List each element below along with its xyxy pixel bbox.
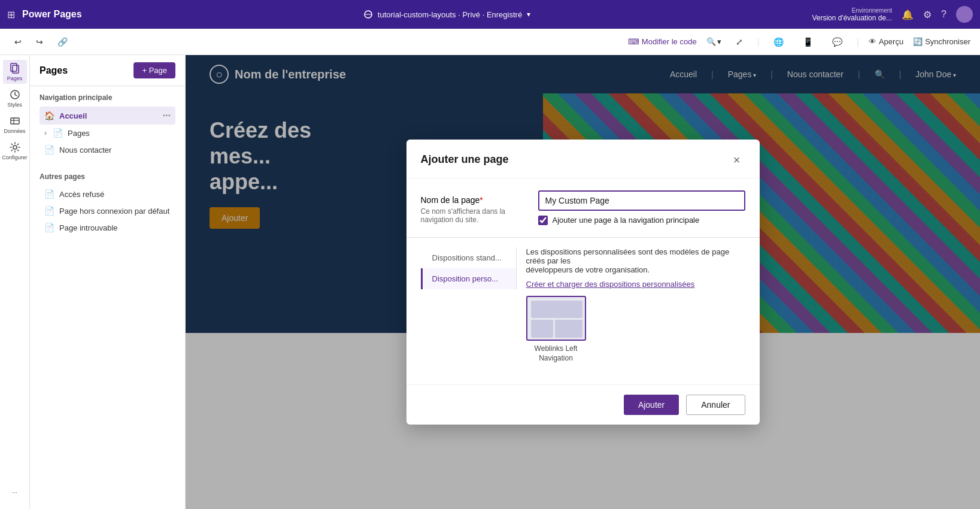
nav-item-introuvable-label: Page introuvable bbox=[59, 223, 118, 232]
toolbar-right: ⌨ Modifier le code 🔍 ▾ ⤢ | 🌐 📱 💬 | 👁 Ape… bbox=[628, 35, 970, 49]
page-introuvable-icon: 📄 bbox=[44, 223, 54, 232]
nav-checkbox[interactable] bbox=[538, 216, 548, 225]
layout-tab-custom[interactable]: Disposition perso... bbox=[421, 268, 516, 289]
styles-icon-label: Styles bbox=[7, 102, 22, 108]
layout-tabs: Dispositions stand... Disposition perso.… bbox=[421, 247, 517, 289]
home-icon: 🏠 bbox=[44, 111, 54, 120]
globe-button[interactable]: 🌐 bbox=[769, 35, 788, 49]
svg-rect-2 bbox=[11, 63, 17, 71]
nav-item-acces-refuse[interactable]: 📄 Accès refusé bbox=[40, 186, 175, 202]
site-info-bar: tutorial-custom-layouts · Privé · Enregi… bbox=[89, 10, 805, 19]
layout-thumbnails: Weblinks LeftNavigation bbox=[526, 296, 736, 363]
required-marker: * bbox=[480, 195, 483, 205]
nav-item-accueil-dots[interactable]: ··· bbox=[163, 110, 171, 121]
preview-area: ○ Nom de l'entreprise Accueil | Pages | … bbox=[186, 55, 980, 509]
site-icon bbox=[363, 10, 373, 19]
main-layout: Pages Styles Données Configurer ··· Page… bbox=[0, 55, 980, 509]
nav-item-contact-label: Nous contacter bbox=[59, 146, 111, 154]
nav-item-pages[interactable]: › 📄 Pages bbox=[40, 125, 175, 141]
pages-panel-header: Pages + Page bbox=[30, 55, 185, 86]
chat-button[interactable]: 💬 bbox=[827, 35, 847, 49]
env-value: Version d'évaluation de... bbox=[812, 14, 892, 22]
more-options-button[interactable]: ··· bbox=[3, 480, 27, 504]
page-name-label-col: Nom de la page* Ce nom s'affichera dans … bbox=[421, 190, 529, 224]
modal-title: Ajouter une page bbox=[421, 153, 509, 166]
svg-rect-3 bbox=[13, 65, 19, 73]
thumb-cell-top bbox=[531, 301, 583, 319]
modal-footer: Ajouter Annuler bbox=[406, 384, 760, 425]
zoom-button[interactable]: 🔍 ▾ bbox=[706, 37, 721, 46]
data-icon-label: Données bbox=[4, 128, 25, 134]
pages-panel-title: Pages bbox=[40, 65, 68, 76]
pages-icon bbox=[9, 62, 21, 74]
thumb-cell-left bbox=[531, 320, 554, 338]
nav-item-acces-refuse-label: Accès refusé bbox=[59, 190, 104, 199]
toolbar: ↩ ↪ 🔗 ⌨ Modifier le code 🔍 ▾ ⤢ | 🌐 📱 💬 |… bbox=[0, 29, 980, 55]
main-nav-section: Navigation principale 🏠 Accueil ··· › 📄 … bbox=[30, 86, 185, 160]
styles-icon bbox=[9, 89, 21, 101]
pages-panel: Pages + Page Navigation principale 🏠 Acc… bbox=[30, 55, 186, 509]
help-icon[interactable]: ? bbox=[941, 9, 946, 20]
add-page-modal: Ajouter une page × Nom de la page* Ce no… bbox=[406, 140, 760, 425]
svg-point-8 bbox=[13, 146, 17, 149]
sync-icon: 🔄 bbox=[913, 37, 923, 46]
apercu-icon: 👁 bbox=[869, 37, 876, 46]
sync-button[interactable]: 🔄 Synchroniser bbox=[913, 37, 970, 46]
contact-icon: 📄 bbox=[44, 145, 54, 154]
other-pages-title: Autres pages bbox=[40, 172, 175, 181]
edit-code-button[interactable]: ⌨ Modifier le code bbox=[628, 37, 697, 46]
checkbox-label: Ajouter une page à la navigation princip… bbox=[553, 216, 700, 225]
sidebar-item-configure[interactable]: Configurer bbox=[3, 139, 27, 163]
layout-tab-standard[interactable]: Dispositions stand... bbox=[421, 247, 516, 268]
data-icon bbox=[9, 115, 21, 127]
modal-backdrop: Ajouter une page × Nom de la page* Ce no… bbox=[186, 55, 980, 509]
top-bar: ⊞ Power Pages tutorial-custom-layouts · … bbox=[0, 0, 980, 29]
sidebar-item-styles[interactable]: Styles bbox=[3, 86, 27, 110]
add-page-button[interactable]: + Page bbox=[134, 62, 175, 78]
sidebar-item-pages[interactable]: Pages bbox=[3, 60, 27, 84]
page-name-label: Nom de la page* bbox=[421, 195, 529, 205]
layout-thumb-label: Weblinks LeftNavigation bbox=[535, 344, 578, 363]
svg-rect-5 bbox=[11, 118, 19, 124]
bell-icon[interactable]: 🔔 bbox=[902, 9, 914, 20]
thumb-cell-right bbox=[555, 320, 582, 338]
gear-icon[interactable]: ⚙ bbox=[923, 9, 932, 20]
page-hors-icon: 📄 bbox=[44, 206, 54, 216]
zoom-icon: 🔍 bbox=[706, 37, 716, 46]
dropdown-arrow[interactable]: ▾ bbox=[527, 10, 530, 19]
layout-row: Dispositions stand... Disposition perso.… bbox=[421, 247, 745, 372]
chevron-right-icon: › bbox=[44, 129, 47, 137]
nav-item-contact[interactable]: 📄 Nous contacter bbox=[40, 141, 175, 158]
page-name-input[interactable] bbox=[538, 190, 745, 211]
nav-item-page-hors-connexion[interactable]: 📄 Page hors connexion par défaut bbox=[40, 202, 175, 219]
app-title: Power Pages bbox=[22, 9, 82, 20]
expand-button[interactable]: ⤢ bbox=[731, 35, 748, 49]
main-nav-title: Navigation principale bbox=[40, 93, 175, 102]
avatar[interactable] bbox=[956, 6, 973, 23]
add-button[interactable]: Ajouter bbox=[624, 395, 679, 415]
layout-thumb-image bbox=[526, 296, 586, 341]
sidebar-item-data[interactable]: Données bbox=[3, 113, 27, 137]
nav-item-hors-connexion-label: Page hors connexion par défaut bbox=[59, 207, 169, 216]
site-info-text: tutorial-custom-layouts · Privé · Enregi… bbox=[378, 10, 522, 19]
vs-icon: ⌨ bbox=[628, 37, 639, 46]
modal-body: Nom de la page* Ce nom s'affichera dans … bbox=[406, 178, 760, 384]
modal-header: Ajouter une page × bbox=[406, 140, 760, 178]
undo-button[interactable]: ↩ bbox=[10, 35, 26, 49]
link-button[interactable]: 🔗 bbox=[53, 35, 72, 49]
modal-close-button[interactable]: × bbox=[729, 152, 745, 168]
grid-icon[interactable]: ⊞ bbox=[7, 9, 15, 20]
layout-content: Les dispositions personnalisées sont des… bbox=[517, 247, 745, 372]
checkbox-row: Ajouter une page à la navigation princip… bbox=[538, 216, 745, 225]
layout-thumb-weblinks[interactable]: Weblinks LeftNavigation bbox=[526, 296, 586, 363]
topbar-right: Environnement Version d'évaluation de...… bbox=[812, 6, 973, 23]
redo-button[interactable]: ↪ bbox=[31, 35, 48, 49]
layout-link[interactable]: Créer et charger des dispositions person… bbox=[526, 280, 695, 289]
nav-item-page-introuvable[interactable]: 📄 Page introuvable bbox=[40, 219, 175, 236]
tablet-button[interactable]: 📱 bbox=[798, 35, 818, 49]
layout-description: Les dispositions personnalisées sont des… bbox=[526, 247, 736, 274]
page-name-row: Nom de la page* Ce nom s'affichera dans … bbox=[421, 190, 745, 225]
apercu-button[interactable]: 👁 Aperçu bbox=[869, 37, 903, 46]
cancel-button[interactable]: Annuler bbox=[686, 395, 745, 415]
nav-item-accueil[interactable]: 🏠 Accueil ··· bbox=[40, 107, 175, 125]
